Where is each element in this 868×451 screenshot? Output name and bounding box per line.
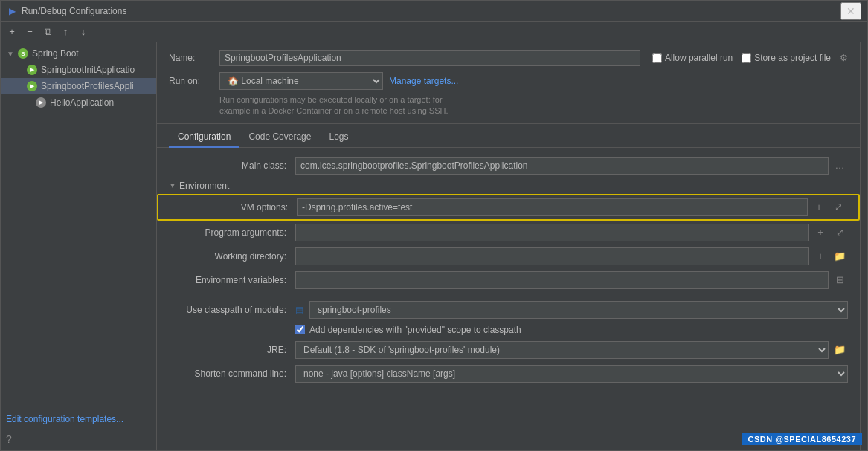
edit-templates-link[interactable]: Edit configuration templates... <box>6 414 123 424</box>
dialog-icon: ▶ <box>7 6 17 16</box>
main-class-browse-button[interactable]: … <box>832 158 848 174</box>
jre-label: JRE: <box>169 345 295 355</box>
main-class-input[interactable] <box>295 157 829 175</box>
help-icon[interactable]: ? <box>6 433 12 445</box>
tab-code-coverage[interactable]: Code Coverage <box>239 127 320 148</box>
add-deps-row: Add dependencies with "provided" scope t… <box>283 322 860 338</box>
program-args-expand-button[interactable]: + <box>812 224 829 241</box>
run-description: Run configurations may be executed local… <box>219 94 848 117</box>
env-vars-label: Environment variables: <box>169 275 295 285</box>
store-as-project-label: Store as project file <box>742 53 831 63</box>
app-icon-3: ▶ <box>35 97 47 108</box>
module-icon: ▤ <box>295 305 303 315</box>
program-args-label: Program arguments: <box>169 227 295 238</box>
env-arrow-icon: ▼ <box>169 181 176 189</box>
program-args-input[interactable] <box>295 224 809 241</box>
shorten-cmd-row: Shorten command line: none - java [optio… <box>157 362 860 386</box>
app-icon-1: ▶ <box>26 64 38 76</box>
sidebar-label-3: HelloApplication <box>50 97 114 108</box>
settings-icon[interactable]: ⚙ <box>840 53 848 63</box>
copy-config-button[interactable]: ⧉ <box>39 24 56 40</box>
vm-options-row: VM options: + ⤢ <box>157 194 860 221</box>
env-vars-input[interactable] <box>295 271 829 289</box>
sidebar: ▼ S Spring Boot ▶ ▶ SpringbootInitApplic… <box>1 42 157 450</box>
environment-label: Environment <box>179 181 229 191</box>
classpath-row: Use classpath of module: ▤ springboot-pr… <box>157 298 860 322</box>
springboot-group-label: Spring Boot <box>32 48 79 59</box>
vm-options-input[interactable] <box>297 198 808 216</box>
shorten-cmd-select[interactable]: none - java [options] className [args] <box>295 365 848 383</box>
add-deps-checkbox[interactable] <box>295 325 305 334</box>
dialog-title: Run/Debug Configurations <box>22 6 840 16</box>
name-input[interactable] <box>219 50 640 66</box>
main-class-label: Main class: <box>169 160 295 171</box>
scrollbar[interactable] <box>860 42 867 450</box>
env-vars-row: Environment variables: ⊞ <box>157 268 860 292</box>
sidebar-item-helloapplication[interactable]: ▶ ▶ HelloApplication <box>1 94 156 111</box>
sidebar-bottom: Edit configuration templates... <box>1 409 156 429</box>
config-content: Main class: … ▼ Environment VM options: <box>157 148 860 450</box>
runon-label: Run on: <box>169 76 213 86</box>
runon-select[interactable]: 🏠 Local machine <box>219 72 383 90</box>
springboot-group-icon: S <box>17 48 29 59</box>
jre-select[interactable]: Default (1.8 - SDK of 'springboot-profil… <box>295 341 829 359</box>
add-deps-label: Add dependencies with "provided" scope t… <box>309 325 521 335</box>
config-header: Name: Allow parallel run Store as projec… <box>157 42 860 124</box>
working-dir-row: Working directory: + 📁 <box>157 244 860 268</box>
app-icon-2: ▶ <box>26 80 38 92</box>
right-panel: Name: Allow parallel run Store as projec… <box>157 42 860 450</box>
main-class-row: Main class: … <box>157 154 860 178</box>
group-arrow-icon: ▼ <box>7 50 16 58</box>
vm-options-label: VM options: <box>170 202 297 212</box>
jre-row: JRE: Default (1.8 - SDK of 'springboot-p… <box>157 338 860 362</box>
classpath-label: Use classpath of module: <box>169 305 295 315</box>
vm-options-expand-button[interactable]: + <box>811 199 827 215</box>
add-config-button[interactable]: + <box>4 24 20 40</box>
tab-configuration[interactable]: Configuration <box>169 127 239 148</box>
remove-config-button[interactable]: − <box>22 24 38 40</box>
title-bar: ▶ Run/Debug Configurations ✕ <box>1 1 867 22</box>
sidebar-label-1: SpringbootInitApplicatio <box>41 65 135 75</box>
shorten-cmd-label: Shorten command line: <box>169 369 295 379</box>
working-dir-add-button[interactable]: + <box>812 248 829 265</box>
sidebar-item-springbootprofiles[interactable]: ▶ ▶ SpringbootProfilesAppli <box>1 78 156 94</box>
vm-options-fullscreen-button[interactable]: ⤢ <box>830 199 846 215</box>
allow-parallel-checkbox[interactable] <box>652 53 662 63</box>
classpath-module-select[interactable]: springboot-profiles <box>309 301 848 319</box>
environment-section-header[interactable]: ▼ Environment <box>157 178 860 194</box>
working-dir-folder-button[interactable]: 📁 <box>832 248 848 265</box>
name-label: Name: <box>169 53 213 63</box>
move-up-button[interactable]: ↑ <box>57 24 74 40</box>
program-args-fullscreen-button[interactable]: ⤢ <box>832 224 848 241</box>
tab-logs[interactable]: Logs <box>320 127 357 148</box>
sidebar-item-springbootinit[interactable]: ▶ ▶ SpringbootInitApplicatio <box>1 62 156 78</box>
program-args-row: Program arguments: + ⤢ <box>157 221 860 244</box>
working-dir-input[interactable] <box>295 247 809 265</box>
toolbar: + − ⧉ ↑ ↓ <box>1 22 867 42</box>
watermark: CSDN @SPECIAL8654237 <box>742 433 862 445</box>
sidebar-label-2: SpringbootProfilesAppli <box>41 81 134 91</box>
env-vars-expand-button[interactable]: ⊞ <box>832 272 848 288</box>
store-as-project-checkbox[interactable] <box>742 53 751 63</box>
allow-parallel-checkbox-label: Allow parallel run <box>652 53 733 63</box>
tabs-bar: Configuration Code Coverage Logs <box>157 127 860 148</box>
manage-targets-link[interactable]: Manage targets... <box>389 76 458 86</box>
sidebar-springboot-group[interactable]: ▼ S Spring Boot <box>1 45 156 62</box>
close-button[interactable]: ✕ <box>840 2 861 20</box>
working-dir-label: Working directory: <box>169 251 295 262</box>
jre-folder-button[interactable]: 📁 <box>832 342 848 358</box>
move-down-button[interactable]: ↓ <box>75 24 91 40</box>
